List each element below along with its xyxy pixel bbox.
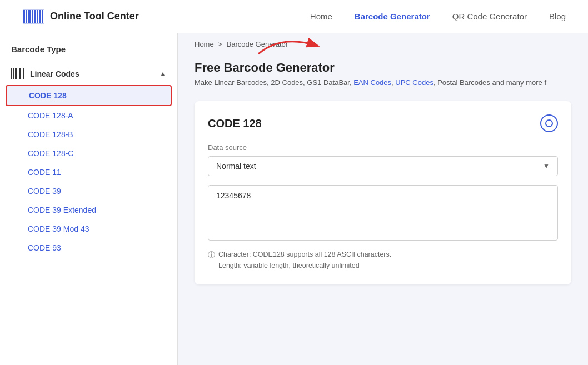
svg-rect-12: [13, 68, 14, 79]
nav-home[interactable]: Home: [310, 12, 332, 21]
header: Online Tool Center Home Barcode Generato…: [0, 0, 588, 33]
breadcrumb: Home > Barcode Generator: [178, 33, 588, 55]
card-title: CODE 128: [208, 117, 262, 130]
svg-rect-7: [42, 10, 43, 23]
logo-area: Online Tool Center: [22, 6, 139, 28]
breadcrumb-current: Barcode Generator: [227, 40, 288, 48]
svg-rect-2: [28, 10, 31, 23]
info-line1: Character: CODE128 supports all 128 ASCI…: [218, 249, 391, 260]
svg-rect-6: [39, 10, 41, 23]
content-header: Free Barcode Generator Make Linear Barco…: [178, 55, 588, 96]
data-source-label: Data source: [208, 143, 558, 152]
settings-icon: [545, 119, 553, 127]
page-subtitle: Make Linear Barcodes, 2D Codes, GS1 Data…: [195, 78, 571, 87]
svg-rect-3: [32, 10, 33, 23]
svg-rect-0: [23, 10, 25, 23]
nav-qr-code-generator[interactable]: QR Code Generator: [452, 12, 527, 21]
dropdown-value: Normal text: [216, 162, 256, 171]
main-layout: Barcode Type Linear Codes ▲ CODE 128 COD…: [0, 33, 588, 365]
main-content: Home > Barcode Generator Free Barcode Ge…: [178, 33, 588, 365]
sidebar-item-code39mod43[interactable]: CODE 39 Mod 43: [0, 219, 177, 238]
logo-icon: [22, 6, 44, 28]
barcode-section-icon: [11, 68, 24, 79]
svg-rect-9: [23, 23, 44, 24]
breadcrumb-separator: >: [218, 40, 222, 48]
svg-rect-15: [19, 68, 21, 79]
sidebar-item-code128b[interactable]: CODE 128-B: [0, 125, 177, 144]
svg-rect-5: [37, 10, 38, 23]
chevron-down-icon: ▼: [543, 162, 550, 170]
sidebar-item-code39[interactable]: CODE 39: [0, 182, 177, 201]
info-icon: ⓘ: [208, 249, 215, 261]
data-source-dropdown[interactable]: Normal text ▼: [208, 156, 558, 176]
nav-blog[interactable]: Blog: [549, 12, 566, 21]
barcode-text-input[interactable]: 12345678: [208, 185, 558, 241]
sidebar-title: Barcode Type: [0, 44, 177, 63]
svg-rect-16: [22, 68, 22, 79]
info-text: ⓘ Character: CODE128 supports all 128 AS…: [208, 249, 558, 271]
sidebar-item-code128c[interactable]: CODE 128-C: [0, 144, 177, 163]
sidebar-section-header-left: Linear Codes: [11, 68, 79, 79]
main-nav: Home Barcode Generator QR Code Generator…: [310, 12, 566, 21]
page-title: Free Barcode Generator: [195, 61, 571, 75]
nav-barcode-generator[interactable]: Barcode Generator: [355, 12, 430, 21]
svg-rect-1: [26, 10, 27, 23]
info-line2: Length: variable length, theoretically u…: [218, 260, 391, 271]
sidebar-item-code128a[interactable]: CODE 128-A: [0, 106, 177, 125]
svg-rect-4: [34, 10, 36, 23]
sidebar-section-label: Linear Codes: [30, 69, 79, 78]
barcode-card: CODE 128 Data source Normal text ▼ 12345…: [195, 101, 571, 284]
sidebar-section-header[interactable]: Linear Codes ▲: [0, 63, 177, 85]
sidebar: Barcode Type Linear Codes ▲ CODE 128 COD…: [0, 33, 178, 365]
breadcrumb-home[interactable]: Home: [195, 40, 214, 48]
sidebar-item-code11[interactable]: CODE 11: [0, 163, 177, 182]
svg-rect-8: [23, 9, 44, 10]
sidebar-item-code128[interactable]: CODE 128: [6, 85, 172, 106]
card-header: CODE 128: [208, 114, 558, 132]
info-content: Character: CODE128 supports all 128 ASCI…: [218, 249, 391, 271]
svg-rect-17: [23, 68, 24, 79]
chevron-up-icon: ▲: [160, 70, 166, 78]
logo-text: Online Tool Center: [50, 11, 139, 22]
sidebar-item-code93[interactable]: CODE 93: [0, 238, 177, 257]
settings-button[interactable]: [540, 114, 558, 132]
svg-rect-13: [15, 68, 17, 79]
svg-rect-14: [18, 68, 18, 79]
svg-rect-11: [11, 68, 12, 79]
sidebar-item-code39extended[interactable]: CODE 39 Extended: [0, 201, 177, 219]
